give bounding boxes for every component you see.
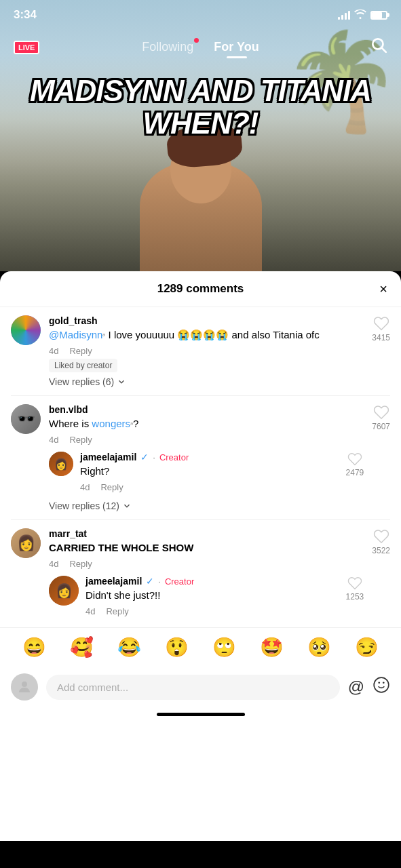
view-replies-button[interactable]: View replies (6)	[49, 376, 364, 387]
comments-count: 1289 comments	[157, 282, 244, 296]
reply-time: 4d	[80, 482, 90, 492]
reply-text: Right?	[80, 464, 339, 478]
reply-like-count: 2479	[346, 468, 364, 477]
home-bar	[157, 713, 245, 716]
search-button[interactable]	[370, 36, 387, 58]
reply-meta: 4d Reply	[80, 482, 339, 492]
following-notification-dot	[194, 38, 199, 43]
comment-text: Where is wongersᵃ?	[49, 416, 364, 431]
reply-text: Didn't she just?!!	[85, 588, 339, 602]
reply-item: 👩 jameelajamil ✓ · Creator Right? 4d Rep…	[49, 452, 364, 495]
reply-avatar: 👩	[49, 452, 73, 476]
live-badge: LIVE	[14, 41, 39, 54]
reply-button[interactable]: Reply	[69, 346, 92, 356]
heart-button[interactable]: 3522	[372, 528, 390, 555]
heart-button[interactable]: 7607	[372, 404, 390, 431]
emoji-shocked[interactable]: 😲	[165, 636, 189, 658]
video-title-line1: MADISYNN AND TITANIA	[14, 75, 387, 107]
comments-sheet: 1289 comments × gold_trash @Madisynnᵃ I …	[0, 271, 401, 841]
emoji-laughing[interactable]: 😄	[22, 636, 46, 658]
reply-username: jameelajamil	[80, 452, 136, 462]
liked-by-creator-badge: Liked by creator	[49, 359, 117, 372]
comment-meta: 4d Reply	[49, 346, 364, 356]
video-title: MADISYNN AND TITANIA WHEN?!	[0, 75, 401, 140]
reply-username-row: jameelajamil ✓ · Creator	[85, 576, 339, 587]
view-replies-button[interactable]: View replies (12)	[49, 500, 364, 511]
comment-username: marr_tat	[49, 528, 364, 539]
comment-item: 👩 marr_tat CARRIED THE WHOLE SHOW 4d Rep…	[0, 520, 401, 627]
emoji-smirk[interactable]: 😏	[355, 636, 379, 658]
emoji-eyeroll[interactable]: 🙄	[212, 636, 236, 658]
battery-icon	[370, 11, 387, 20]
wifi-icon	[354, 9, 366, 21]
reply-button[interactable]: Reply	[100, 482, 123, 492]
comment-item: 🕶️ ben.vlbd Where is wongersᵃ? 4d Reply …	[0, 396, 401, 519]
nav-tabs: Following For You	[142, 40, 259, 54]
heart-button[interactable]: 3415	[372, 315, 390, 342]
mention: wongers	[92, 418, 130, 429]
reply-heart-button[interactable]: 1253	[346, 576, 364, 601]
reply-body: jameelajamil ✓ · Creator Didn't she just…	[85, 576, 339, 619]
input-action-icons: @	[348, 676, 390, 698]
svg-point-3	[374, 677, 389, 692]
comment-time: 4d	[49, 559, 58, 569]
creator-label: Creator	[159, 452, 189, 462]
comment-meta: 4d Reply	[49, 559, 364, 569]
reply-username-row: jameelajamil ✓ · Creator	[80, 452, 339, 462]
video-person	[133, 122, 269, 271]
reply-meta: 4d Reply	[85, 606, 339, 616]
comment-text: CARRIED THE WHOLE SHOW	[49, 540, 364, 555]
status-icons	[338, 9, 387, 21]
verified-icon: ✓	[146, 576, 154, 587]
comment-text: @Madisynnᵃ I love youuuuu 😭😭😭😭 and also …	[49, 328, 364, 342]
status-time: 3:34	[14, 8, 37, 22]
at-icon[interactable]: @	[348, 677, 364, 696]
comment-placeholder: Add comment...	[57, 682, 329, 693]
comment-item: gold_trash @Madisynnᵃ I love youuuuu 😭😭😭…	[0, 307, 401, 395]
comment-meta: 4d Reply	[49, 435, 364, 445]
dot-separator: ·	[158, 576, 161, 587]
close-button[interactable]: ×	[379, 281, 387, 297]
at-icon-small: ᵃ	[102, 332, 105, 340]
emoji-bar: 😄 🥰 😂 😲 🙄 🤩 🥺 😏	[0, 627, 401, 667]
reply-button[interactable]: Reply	[69, 559, 92, 569]
emoji-starstruck[interactable]: 🤩	[260, 636, 284, 658]
reply-button[interactable]: Reply	[106, 606, 128, 616]
comment-time: 4d	[49, 346, 58, 356]
reply-item: 👩 jameelajamil ✓ · Creator Didn't she ju…	[49, 576, 364, 619]
home-indicator	[0, 707, 401, 720]
like-count: 3415	[372, 333, 390, 342]
reply-button[interactable]: Reply	[69, 435, 92, 445]
creator-label: Creator	[165, 576, 194, 587]
comment-body: marr_tat CARRIED THE WHOLE SHOW 4d Reply…	[49, 528, 364, 619]
video-section: 🌴 LIVE Following For You MA	[0, 0, 401, 271]
avatar: 👩	[11, 528, 41, 558]
avatar: 🕶️	[11, 404, 41, 434]
live-badge-container: LIVE	[14, 41, 39, 53]
avatar	[11, 315, 41, 345]
comment-time: 4d	[49, 435, 58, 445]
svg-point-2	[22, 682, 27, 687]
tab-following[interactable]: Following	[142, 40, 193, 54]
emoji-hearts[interactable]: 🥰	[70, 636, 94, 658]
reply-heart-button[interactable]: 2479	[346, 452, 364, 477]
like-count: 7607	[372, 422, 390, 431]
verified-icon: ✓	[140, 452, 149, 462]
user-avatar	[11, 673, 38, 701]
reply-username: jameelajamil	[85, 576, 142, 587]
comment-username: ben.vlbd	[49, 404, 364, 415]
emoji-icon[interactable]	[373, 676, 390, 698]
comment-body: gold_trash @Madisynnᵃ I love youuuuu 😭😭😭…	[49, 315, 364, 387]
reply-time: 4d	[85, 606, 95, 616]
nav-bar: LIVE Following For You	[0, 30, 401, 64]
status-bar: 3:34	[0, 0, 401, 30]
comment-body: ben.vlbd Where is wongersᵃ? 4d Reply 👩 j…	[49, 404, 364, 511]
emoji-pleading[interactable]: 🥺	[307, 636, 331, 658]
svg-line-1	[382, 48, 386, 52]
reply-body: jameelajamil ✓ · Creator Right? 4d Reply	[80, 452, 339, 495]
emoji-tears[interactable]: 😂	[117, 636, 141, 658]
comments-header: 1289 comments ×	[0, 271, 401, 307]
signal-icon	[338, 10, 350, 20]
comment-input-field[interactable]: Add comment...	[46, 675, 340, 700]
tab-for-you[interactable]: For You	[214, 40, 259, 54]
